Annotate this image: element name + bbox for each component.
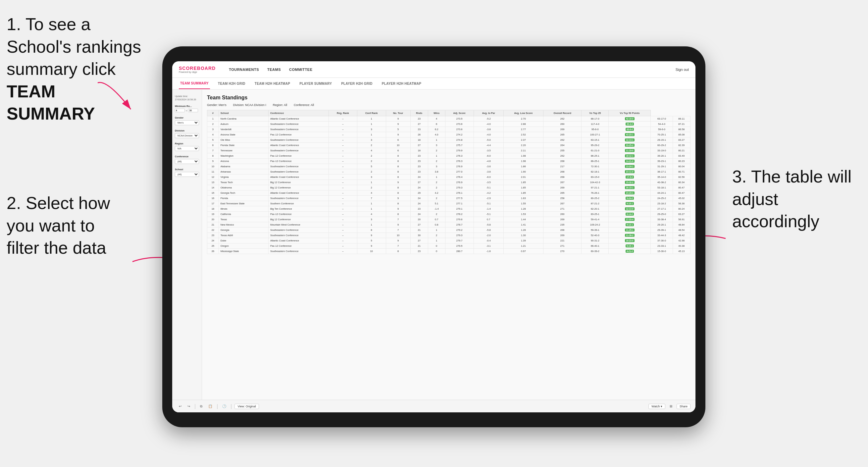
region-label-text: Region: [273,103,283,107]
col-rnds: Rnds [410,110,428,116]
table-row: 1North CarolinaAtlantic Coast Conference… [207,116,690,122]
filter-min-rank: Minimum Ro... – [175,105,199,112]
school-select[interactable]: (All) [175,172,199,177]
division-select[interactable]: NCAA Division I [175,133,199,138]
toolbar-sep-3: | [230,403,232,409]
table-row: 4Arizona StatePac-12 Conference–19264.02… [207,132,690,137]
subnav-team-h2h-grid[interactable]: TEAM H2H GRID [217,78,247,89]
step3-line1: 3. The table will [732,167,851,186]
region-filter-label: Region: All [273,103,287,107]
watch-button[interactable]: Watch ▾ [648,404,665,409]
col-conf-rank: Conf Rank [357,110,386,116]
step1-text: 1. To see a School's rankings summary cl… [7,14,141,79]
table-row: 15Georgia TechAtlantic Coast Conference–… [207,190,690,196]
share-button[interactable]: Share [677,404,690,409]
subnav-team-summary[interactable]: TEAM SUMMARY [179,78,210,89]
toolbar-sep-2: | [217,403,218,409]
step1-bold: TEAM SUMMARY [7,82,95,124]
subnav-player-h2h-heatmap[interactable]: PLAYER H2H HEATMAP [380,78,423,89]
main-nav: TOURNAMENTS TEAMS COMMITTEE [229,68,665,71]
update-time-label: Update time: [175,95,188,97]
step2-line2: you want to [7,216,95,235]
nav-committee[interactable]: COMMITTEE [289,68,313,71]
grid-button[interactable]: ⊞ [668,404,674,409]
conference-select[interactable]: (All) [175,159,199,164]
logo-sub: Powered by clippi [179,71,197,73]
table-row: 12VirginiaAtlantic Coast Conference–3824… [207,175,690,180]
table-row: 16FloridaSoutheastern Conference–7924227… [207,196,690,201]
sub-nav: TEAM SUMMARY TEAM H2H GRID TEAM H2H HEAT… [172,78,695,90]
table-row: 6Florida StateAtlantic Coast Conference–… [207,143,690,148]
filter-gender: Gender Men's [175,116,199,125]
col-no-tour: No. Tour [386,110,410,116]
paste-button[interactable]: 📋 [207,404,214,409]
filter-region: Region N/A [175,142,199,151]
table-row: 20TexasBig 12 Conference–37200.7279.60.7… [207,217,690,222]
col-avg-par: Avg. to Par [473,110,503,116]
gender-label: Gender [175,116,199,119]
gender-select[interactable]: Men's [175,120,199,125]
nav-teams[interactable]: TEAMS [267,68,281,71]
gender-label-text: Gender: [207,103,218,107]
subnav-player-summary[interactable]: PLAYER SUMMARY [298,78,333,89]
min-rank-label: Minimum Ro... [175,105,199,107]
col-wins: Wins [428,110,445,116]
undo-button[interactable]: ↩ [177,404,183,409]
table-row: 7TennesseeSoutheastern Conference–461822… [207,148,690,153]
nav-tournaments[interactable]: TOURNAMENTS [229,68,259,71]
min-rank-from-input[interactable] [175,108,185,112]
conference-filter-label: Conference: All [294,103,314,107]
school-label: School [175,168,199,171]
tablet-screen: SCOREBOARD Powered by clippi TOURNAMENTS… [172,61,695,412]
tablet-device: SCOREBOARD Powered by clippi TOURNAMENTS… [162,46,705,427]
standings-table: # School Conference Reg. Rank Conf Rank … [207,110,690,254]
table-row: 9ArizonaPac-12 Conference–28232276.3-4.6… [207,159,690,164]
table-row: 26Mississippi StateSoutheastern Conferen… [207,249,690,254]
bottom-toolbar: ↩ ↪ | ⧉ 📋 | 🕐 | View: Original Watch ▾ ⊞… [172,400,695,412]
table-row: 24DukeAtlantic Coast Conference–59271279… [207,238,690,243]
instruction-step2: 2. Select how you want to filter the dat… [7,192,132,259]
table-area: Team Standings Gender: Men's Division: N… [202,90,695,400]
col-vs-top25: Vs Top 25 [582,110,609,116]
table-row: 17East Tennessee StateSouthern Conferenc… [207,201,690,206]
conference-label: Conference [175,155,199,158]
division-label: Division [175,129,199,132]
subnav-player-h2h-grid[interactable]: PLAYER H2H GRID [340,78,374,89]
step3-line2: adjust accordingly [732,189,819,231]
app-logo: SCOREBOARD Powered by clippi [179,66,216,73]
gender-value-text: Men's [219,103,226,107]
filter-division: Division NCAA Division I [175,129,199,138]
col-school: School [219,110,268,116]
update-time: Update time: 27/03/2024 16:56:26 [175,95,199,101]
region-select[interactable]: N/A [175,146,199,151]
copy-button[interactable]: ⧉ [198,404,204,409]
min-rank-to-input[interactable] [188,108,198,112]
table-row: 22GeorgiaSoutheastern Conference–8721127… [207,227,690,233]
col-conference: Conference [268,110,329,116]
redo-button[interactable]: ↪ [186,404,192,409]
col-overall-record: Overall Record [543,110,581,116]
table-row: 11ArkansasSoutheastern Conference–28233.… [207,169,690,175]
sign-out-button[interactable]: Sign out [676,68,689,71]
clock-button[interactable]: 🕐 [221,404,228,409]
table-row: 14OklahomaBig 12 Conference–28242279.3-5… [207,185,690,190]
table-row: 25OregonPac-12 Conference–97210279.5-3.1… [207,243,690,249]
gender-filter-label: Gender: Men's [207,103,226,107]
filter-conference: Conference (All) [175,155,199,164]
update-time-value: 27/03/2024 16:56:26 [175,98,196,101]
division-filter-label: Division: NCAA Division I [233,103,266,107]
col-avg-low: Avg. Low Score [503,110,543,116]
conference-label-text: Conference: [294,103,310,107]
division-value-text: NCAA Division I [245,103,266,107]
app-header: SCOREBOARD Powered by clippi TOURNAMENTS… [172,61,695,78]
col-adj-score: Adj. Score [445,110,473,116]
table-row: 18IllinoisBig Ten Conference–1923-1.4279… [207,206,690,212]
main-content: Update time: 27/03/2024 16:56:26 Minimum… [172,90,695,400]
table-row: 3VanderbiltSoutheastern Conference–35236… [207,127,690,132]
step2-line3: filter the data [7,238,106,257]
view-original-button[interactable]: View: Original [235,404,259,409]
instruction-step3: 3. The table will adjust accordingly [732,165,858,233]
table-title: Team Standings [207,95,690,101]
subnav-team-h2h-heatmap[interactable]: TEAM H2H HEATMAP [253,78,291,89]
filter-school: School (All) [175,168,199,177]
